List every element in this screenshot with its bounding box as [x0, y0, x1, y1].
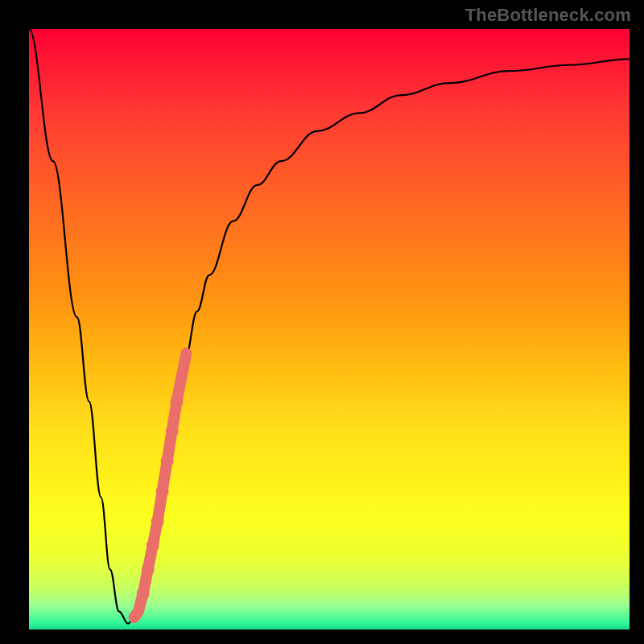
- highlight-dot: [166, 425, 179, 438]
- chart-frame: TheBottleneck.com: [0, 0, 644, 644]
- highlight-dot: [142, 563, 155, 576]
- plot-area: [29, 29, 630, 630]
- highlight-dot: [151, 515, 164, 528]
- highlight-dot: [176, 373, 186, 382]
- highlight-dot: [137, 587, 150, 600]
- highlight-dot: [147, 539, 159, 552]
- highlight-dot: [181, 349, 191, 358]
- highlight-dot: [161, 455, 174, 468]
- highlight-dot: [156, 485, 169, 497]
- highlight-dot: [171, 395, 184, 408]
- bottleneck-curve-path: [29, 29, 630, 624]
- curve-svg: [29, 29, 630, 630]
- highlight-dot: [134, 607, 143, 617]
- watermark-text: TheBottleneck.com: [465, 5, 631, 26]
